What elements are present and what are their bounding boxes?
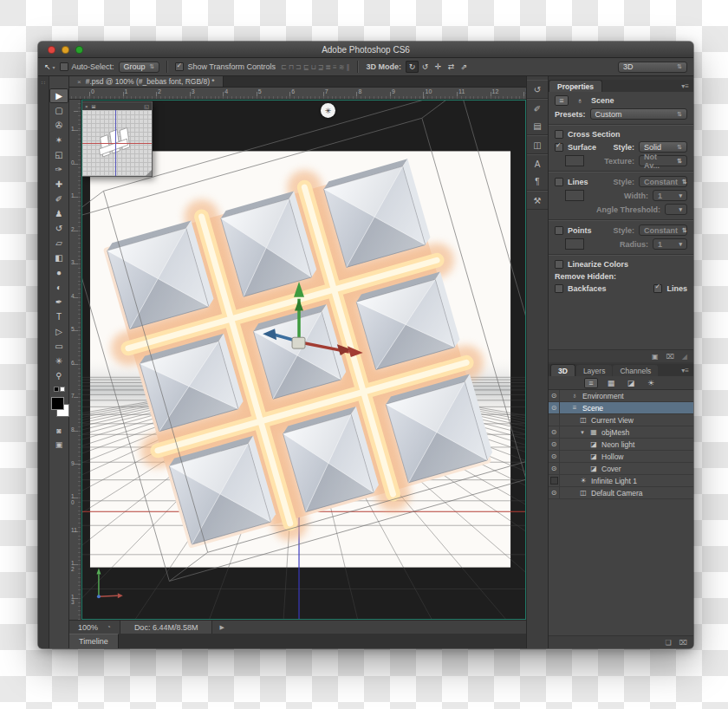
render-icon[interactable]: ▣ — [652, 353, 659, 361]
auto-select-target-dropdown[interactable]: Group ⇅ — [119, 62, 160, 73]
zoom-button[interactable] — [75, 46, 83, 54]
tool-zoom-tool[interactable]: ⚲ — [49, 368, 68, 383]
document-size[interactable]: Doc: 6.44M/8.58M — [120, 621, 213, 634]
scene-row-scene[interactable]: ⊙≡Scene — [549, 402, 693, 414]
points-style-dropdown[interactable]: Constant⇅ — [639, 224, 687, 236]
3d-scale-icon[interactable]: ⇗ — [458, 61, 471, 73]
clone-source-icon[interactable]: ◫ — [533, 139, 541, 151]
scene-row-infinite-light-1[interactable]: ☀Infinite Light 1 — [549, 475, 693, 487]
eye-icon[interactable]: ⊙ — [549, 402, 560, 413]
eye-icon[interactable]: ⊙ — [549, 390, 560, 401]
tab-channels[interactable]: Channels — [613, 365, 658, 376]
history-icon[interactable]: ↺ — [534, 83, 541, 95]
align-middle-icon[interactable]: ⊔ — [309, 63, 316, 71]
document-tab[interactable]: × #.psd @ 100% (#_bebas font, RGB/8) * — [69, 76, 224, 87]
tool-shape-tool[interactable]: ▭ — [49, 339, 68, 354]
scene-row-cover[interactable]: ⊙◪Cover — [549, 463, 693, 475]
delete-icon[interactable]: ⌧ — [679, 639, 687, 647]
screen-mode-button[interactable]: ▣ — [49, 438, 68, 452]
visibility-toggle[interactable] — [549, 414, 560, 426]
tool-healing-brush-tool[interactable]: ✚ — [49, 177, 68, 192]
move-tool-icon[interactable]: ↖▾ — [44, 62, 55, 71]
scene-row-neon-light[interactable]: ⊙◪Neon light — [549, 439, 693, 451]
distribute-left-icon[interactable]: ∥ — [345, 63, 350, 71]
swap-view-icon[interactable]: ◱ — [144, 103, 149, 109]
eye-icon[interactable]: ⊙ — [549, 439, 560, 450]
3d-slide-icon[interactable]: ⇄ — [445, 61, 458, 73]
tools-panel-edge[interactable]: ∷ — [38, 76, 49, 648]
window-titlebar[interactable]: Adobe Photoshop CS6 — [38, 42, 693, 58]
eye-icon[interactable]: ⊙ — [549, 487, 560, 498]
close-view-icon[interactable]: × — [85, 104, 88, 109]
3d-pan-icon[interactable]: ✛ — [432, 61, 445, 73]
lines-style-dropdown[interactable]: Constant⇅ — [639, 176, 687, 187]
distribute-top-icon[interactable]: ≣ — [324, 63, 332, 71]
align-center-h-icon[interactable]: ⊓ — [288, 63, 295, 71]
character-icon[interactable]: A — [535, 158, 541, 170]
scene-row-objmesh[interactable]: ⊙▼▦objMesh — [549, 426, 693, 439]
tab-properties[interactable]: Properties — [549, 80, 602, 92]
vertical-ruler[interactable]: 101234567891011121314 — [69, 100, 81, 620]
tool-pen-tool[interactable]: ✒ — [49, 295, 68, 309]
delete-icon[interactable]: ⌧ — [666, 353, 674, 361]
3d-light-widget[interactable]: ✳ — [321, 103, 335, 118]
zoom-level[interactable]: 100% — [69, 623, 107, 632]
tool-eraser-tool[interactable]: ▱ — [49, 236, 68, 250]
quick-mask-button[interactable]: ◙ — [49, 424, 68, 438]
visibility-toggle[interactable] — [549, 475, 560, 486]
expander-icon[interactable]: ▼ — [579, 430, 586, 435]
tool-marquee-tool[interactable]: ▢ — [49, 103, 68, 118]
tool-rotate-view-tool[interactable]: ✳ — [49, 354, 68, 368]
brush-icon[interactable]: ✐ — [534, 102, 541, 114]
auto-select-checkbox[interactable] — [60, 62, 68, 71]
filter-meshes-icon[interactable]: ▦ — [604, 378, 618, 388]
surface-checkbox[interactable] — [555, 143, 563, 152]
foreground-color-swatch[interactable] — [51, 397, 64, 410]
scene-row-hollow[interactable]: ⊙◪Hollow — [549, 451, 693, 463]
status-menu-arrow-icon[interactable]: ▶ — [212, 624, 224, 631]
lines-swatch[interactable] — [565, 190, 584, 201]
paragraph-icon[interactable]: ¶ — [535, 175, 539, 187]
tool-presets-icon[interactable]: ⚒ — [534, 194, 542, 206]
workspace-switcher[interactable]: 3D ⇅ — [618, 62, 687, 73]
tool-blur-tool[interactable]: ● — [49, 265, 68, 280]
tab-layers[interactable]: Layers — [576, 365, 613, 376]
secondary-view-canvas[interactable] — [82, 110, 152, 176]
align-right-icon[interactable]: ⊐ — [295, 63, 302, 71]
3d-roll-icon[interactable]: ↺ — [419, 61, 432, 73]
points-checkbox[interactable] — [555, 226, 563, 235]
remove-lines-checkbox[interactable] — [653, 284, 662, 293]
backfaces-checkbox[interactable] — [555, 284, 563, 293]
show-transform-checkbox[interactable] — [175, 62, 184, 71]
brush-presets-icon[interactable]: ▤ — [533, 120, 541, 132]
radius-dropdown[interactable]: 1▾ — [653, 238, 687, 250]
horizontal-ruler[interactable]: 012345678910111213 — [69, 88, 526, 100]
scene-filter-icon[interactable]: ≡ — [555, 95, 569, 106]
axis-origin-cube[interactable] — [292, 337, 305, 348]
tool-gradient-tool[interactable]: ◧ — [49, 250, 68, 265]
scene-row-environment[interactable]: ⊙♁Environment — [549, 390, 693, 402]
default-colors-icon[interactable] — [54, 385, 65, 393]
scene-row-current-view[interactable]: ◫Current View — [549, 414, 693, 426]
eye-icon[interactable]: ⊙ — [549, 451, 560, 462]
presets-dropdown[interactable]: Custom⇅ — [590, 108, 687, 120]
tool-history-brush-tool[interactable]: ↺ — [49, 221, 68, 236]
eye-icon[interactable]: ⊙ — [549, 463, 560, 474]
new-item-icon[interactable]: ❏ — [666, 639, 672, 647]
distribute-middle-icon[interactable]: ≡ — [332, 63, 338, 71]
tool-brush-tool[interactable]: ✐ — [49, 192, 68, 206]
environment-filter-icon[interactable]: ♁ — [573, 95, 587, 106]
linearize-colors-checkbox[interactable] — [555, 260, 563, 269]
cross-section-checkbox[interactable] — [555, 130, 563, 139]
points-swatch[interactable] — [565, 238, 584, 250]
canvas-viewport[interactable]: × ⊞ ◱ — [81, 100, 526, 620]
tool-clone-stamp-tool[interactable]: ♟ — [49, 206, 68, 221]
resize-grip-icon[interactable]: ◢ — [682, 353, 687, 361]
surface-style-dropdown[interactable]: Solid⇅ — [639, 141, 687, 153]
status-sync-icon[interactable]: ◔ — [107, 623, 120, 631]
3d-rotate-icon[interactable]: ↻ — [406, 61, 419, 73]
filter-materials-icon[interactable]: ◪ — [624, 378, 638, 388]
tool-type-tool[interactable]: T — [49, 309, 68, 324]
view-menu-icon[interactable]: ⊞ — [92, 103, 96, 109]
surface-swatch[interactable] — [565, 155, 584, 166]
